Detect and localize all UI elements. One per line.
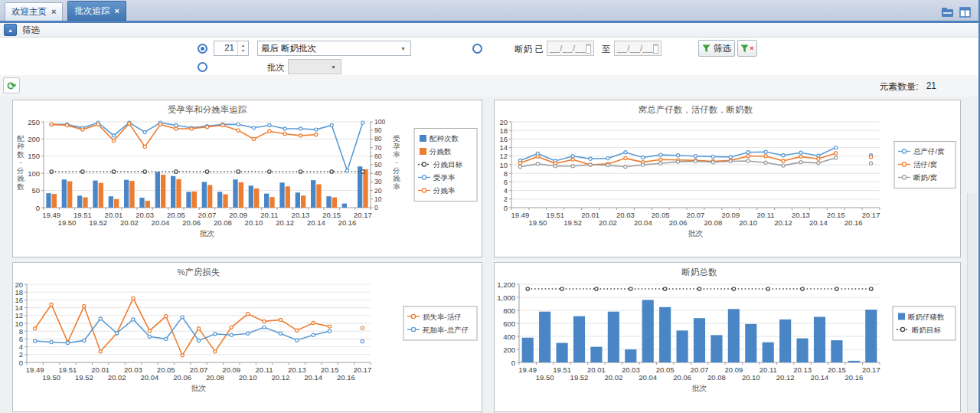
svg-text:20.06: 20.06 xyxy=(182,218,201,227)
svg-text:20.16: 20.16 xyxy=(844,218,863,227)
svg-text:20.10: 20.10 xyxy=(245,218,263,227)
collapse-filter-button[interactable]: ▲ xyxy=(4,24,17,36)
svg-text:20.14: 20.14 xyxy=(307,218,325,227)
svg-text:12: 12 xyxy=(499,152,508,160)
tab-welcome[interactable]: 欢迎主页 × xyxy=(5,2,63,21)
chart-title: 受孕率和分娩率追踪 xyxy=(168,105,247,114)
svg-text:19.50: 19.50 xyxy=(528,218,547,227)
svg-text:20: 20 xyxy=(499,118,508,126)
svg-text:20.05: 20.05 xyxy=(652,211,670,219)
batch-tracking-window: 欢迎主页 × 批次追踪 × ▲ 筛选 21 xyxy=(0,0,980,413)
svg-text:20.13: 20.13 xyxy=(792,211,810,219)
batch-count-stepper[interactable]: 21 ▲▼ xyxy=(214,41,249,56)
element-count: 元素数量: 21 xyxy=(879,80,936,93)
date-from-field[interactable]: __/__/__ xyxy=(547,41,594,56)
tab-batch-tracking[interactable]: 批次追踪 × xyxy=(67,1,126,21)
date-to-field[interactable]: __/__/__ xyxy=(614,41,662,56)
svg-text:14: 14 xyxy=(499,143,508,152)
svg-text:活仔/窝: 活仔/窝 xyxy=(913,160,937,169)
radio-last-batches[interactable] xyxy=(198,44,207,54)
svg-text:60: 60 xyxy=(374,152,382,160)
export-icon[interactable] xyxy=(941,7,954,18)
svg-text:20.04: 20.04 xyxy=(634,218,652,227)
layout-columns-icon[interactable] xyxy=(959,7,971,18)
svg-text:19.51: 19.51 xyxy=(546,211,564,219)
svg-text:250: 250 xyxy=(28,118,40,126)
svg-text:50: 50 xyxy=(374,161,382,169)
chart-canvas: %产房损失0246810121416182019.4919.5019.5119.… xyxy=(13,263,480,410)
svg-text:损失率-活仔: 损失率-活仔 xyxy=(423,313,462,321)
svg-text:8: 8 xyxy=(19,327,23,336)
svg-text:50: 50 xyxy=(31,186,40,195)
svg-text:断奶仔猪数: 断奶仔猪数 xyxy=(908,313,945,321)
filter-funnel-icon xyxy=(702,44,710,53)
svg-text:20.07: 20.07 xyxy=(687,211,705,219)
calendar-icon[interactable] xyxy=(586,44,591,54)
svg-text:分娩目标: 分娩目标 xyxy=(433,160,463,169)
svg-text:20.14: 20.14 xyxy=(809,218,828,227)
svg-text:20.05: 20.05 xyxy=(157,365,175,374)
svg-text:19.52: 19.52 xyxy=(570,373,589,382)
svg-text:18: 18 xyxy=(499,126,508,135)
svg-text:19.49: 19.49 xyxy=(26,365,44,374)
svg-text:20.13: 20.13 xyxy=(793,365,812,374)
axis-title: 配种数-分娩数 xyxy=(16,134,24,191)
chart-legend: 总产仔/窝活仔/窝断奶/窝 xyxy=(894,142,956,188)
svg-text:20.14: 20.14 xyxy=(811,373,829,382)
chart-panel-wean-total: 断奶总数02004006008001,0001,20019.4919.5019.… xyxy=(494,262,961,412)
svg-text:19.49: 19.49 xyxy=(518,365,537,374)
refresh-button[interactable]: ⟳ xyxy=(3,77,20,93)
close-icon[interactable]: × xyxy=(51,8,56,16)
chevron-up-icon: ▲ xyxy=(8,28,13,33)
apply-filter-button[interactable]: 筛选 xyxy=(698,40,735,57)
svg-text:0: 0 xyxy=(374,204,378,211)
chart-panel-farrowing-loss: %产房损失0246810121416182019.4919.5019.5119.… xyxy=(12,262,482,412)
svg-text:20.17: 20.17 xyxy=(862,211,880,219)
radio-batch[interactable] xyxy=(198,62,207,72)
filter-panel-body: 21 ▲▼ 最后 断奶批次 ▼ 断奶 已 __/__/__ 至 __/__/__… xyxy=(0,38,978,76)
close-icon[interactable]: × xyxy=(114,7,119,15)
chart-canvas: 窝总产仔数，活仔数，断奶数0246810121416182019.4919.50… xyxy=(495,100,959,255)
svg-text:20.03: 20.03 xyxy=(124,365,142,374)
last-mode-select[interactable]: 最后 断奶批次 ▼ xyxy=(257,41,411,56)
svg-text:20.11: 20.11 xyxy=(757,211,775,219)
svg-text:20.01: 20.01 xyxy=(587,365,606,374)
svg-text:20.09: 20.09 xyxy=(222,365,240,374)
svg-text:20.10: 20.10 xyxy=(739,218,757,227)
stepper-arrows-icon[interactable]: ▲▼ xyxy=(237,41,248,55)
tab-bar: 欢迎主页 × 批次追踪 × xyxy=(0,0,978,21)
svg-text:0: 0 xyxy=(504,204,508,212)
svg-text:20.12: 20.12 xyxy=(276,218,294,227)
svg-text:20.08: 20.08 xyxy=(704,218,723,227)
last-mode-value: 最后 断奶批次 xyxy=(261,43,399,54)
svg-text:6: 6 xyxy=(19,335,23,343)
calendar-icon[interactable] xyxy=(653,44,658,54)
svg-text:20.10: 20.10 xyxy=(239,373,257,382)
date-to-placeholder: __/__/__ xyxy=(617,44,653,53)
svg-text:16: 16 xyxy=(15,296,23,304)
svg-text:19.52: 19.52 xyxy=(564,218,582,227)
svg-text:20: 20 xyxy=(15,280,23,289)
svg-text:分娩率: 分娩率 xyxy=(433,186,456,195)
radio-date-range[interactable] xyxy=(472,44,482,54)
batch-label: 批次 xyxy=(253,62,285,74)
svg-text:1,000: 1,000 xyxy=(497,293,515,302)
svg-text:20.06: 20.06 xyxy=(673,373,691,382)
svg-text:20.03: 20.03 xyxy=(622,365,640,374)
svg-text:20.02: 20.02 xyxy=(120,218,139,227)
svg-text:死胎率-总产仔: 死胎率-总产仔 xyxy=(422,326,469,334)
svg-text:20.12: 20.12 xyxy=(272,373,290,382)
date-from-placeholder: __/__/__ xyxy=(550,44,586,53)
svg-text:20.08: 20.08 xyxy=(206,373,224,382)
vertical-scrollbar[interactable] xyxy=(967,193,977,413)
chart-canvas: 断奶总数02004006008001,0001,20019.4919.5019.… xyxy=(495,263,959,410)
chart-panel-conception-farrowing: 受孕率和分娩率追踪0501001502002500102030405060708… xyxy=(12,100,482,257)
svg-text:20.15: 20.15 xyxy=(827,211,845,219)
svg-text:10: 10 xyxy=(374,195,382,203)
svg-text:12: 12 xyxy=(15,311,23,320)
svg-text:20.02: 20.02 xyxy=(108,373,126,382)
svg-text:10: 10 xyxy=(15,320,23,328)
svg-text:19.50: 19.50 xyxy=(536,373,554,382)
svg-text:200: 200 xyxy=(28,135,40,143)
clear-filter-button[interactable]: × xyxy=(737,40,757,57)
